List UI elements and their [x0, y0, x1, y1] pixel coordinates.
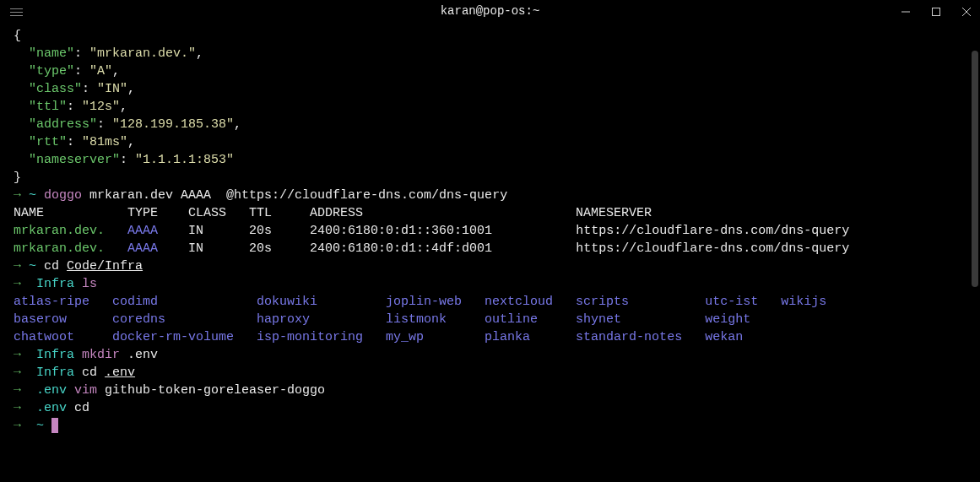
cd-back-command-line: → .env cd — [14, 399, 966, 417]
scrollbar[interactable] — [972, 51, 978, 287]
json-field-name: "name": "mrkaran.dev.", — [14, 45, 966, 62]
minimize-button[interactable] — [899, 5, 912, 19]
json-field-ttl: "ttl": "12s", — [14, 98, 966, 116]
window-titlebar: karan@pop-os:~ — [0, 0, 980, 24]
hamburger-menu-icon[interactable] — [7, 5, 26, 19]
json-field-class: "class": "IN", — [14, 80, 966, 98]
window-title: karan@pop-os:~ — [441, 3, 540, 20]
ls-command-line: → Infra ls — [14, 275, 966, 293]
svg-rect-1 — [933, 8, 940, 16]
doggo-command-line: → ~ doggo mrkaran.dev AAAA @https://clou… — [14, 187, 966, 204]
ls-output-row: baserow coredns haproxy listmonk outline… — [14, 311, 966, 328]
mkdir-command-line: → Infra mkdir .env — [14, 346, 966, 364]
json-field-address: "address": "128.199.185.38", — [14, 116, 966, 133]
ls-output-row: chatwoot docker-rm-volume isp-monitoring… — [14, 328, 966, 346]
json-open-brace: { — [14, 27, 966, 45]
ls-output-row: atlas-ripe codimd dokuwiki joplin-web ne… — [14, 293, 966, 311]
json-field-rtt: "rtt": "81ms", — [14, 133, 966, 151]
vim-command-line: → .env vim github-token-goreleaser-doggo — [14, 382, 966, 399]
cd-command-line: → ~ cd Code/Infra — [14, 257, 966, 275]
json-close-brace: } — [14, 169, 966, 187]
table-row: mrkaran.dev. AAAA IN 20s 2400:6180:0:d1:… — [14, 222, 966, 240]
cursor-icon — [51, 418, 58, 433]
table-header: NAME TYPE CLASS TTL ADDRESS NAMESERVER — [14, 204, 966, 222]
final-prompt-line: → ~ — [14, 417, 966, 435]
window-controls — [899, 5, 973, 19]
json-field-nameserver: "nameserver": "1.1.1.1:853" — [14, 151, 966, 169]
json-field-type: "type": "A", — [14, 62, 966, 80]
table-row: mrkaran.dev. AAAA IN 20s 2400:6180:0:d1:… — [14, 240, 966, 257]
close-button[interactable] — [960, 5, 973, 19]
cd-env-command-line: → Infra cd .env — [14, 364, 966, 382]
terminal-content[interactable]: { "name": "mrkaran.dev.", "type": "A", "… — [0, 24, 980, 438]
maximize-button[interactable] — [929, 5, 943, 19]
